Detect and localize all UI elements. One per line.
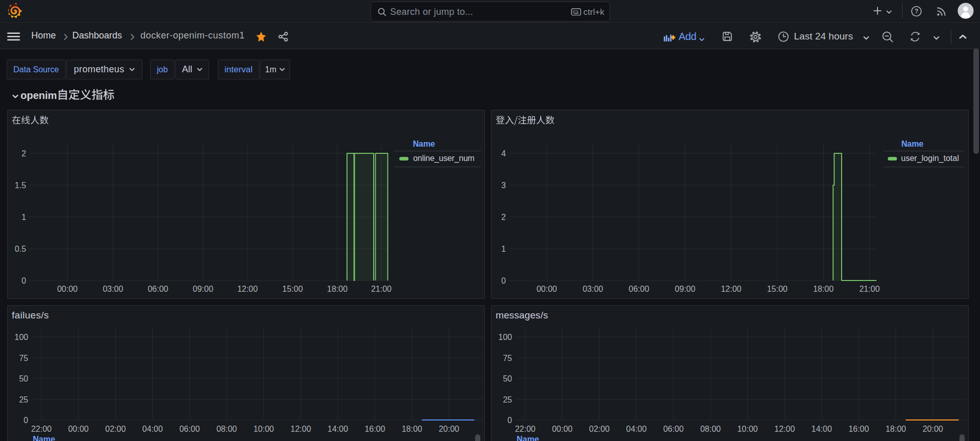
svg-text:03:00: 03:00 — [103, 285, 123, 293]
svg-text:14:00: 14:00 — [328, 425, 348, 433]
svg-text:02:00: 02:00 — [589, 425, 609, 433]
svg-text:00:00: 00:00 — [552, 425, 573, 433]
svg-text:12:00: 12:00 — [774, 425, 795, 433]
svg-text:18:00: 18:00 — [327, 285, 348, 293]
svg-text:16:00: 16:00 — [364, 425, 385, 433]
svg-text:04:00: 04:00 — [142, 425, 163, 433]
svg-text:22:00: 22:00 — [515, 425, 536, 433]
svg-text:1: 1 — [22, 213, 26, 222]
svg-text:25: 25 — [19, 395, 28, 404]
svg-text:15:00: 15:00 — [282, 285, 303, 293]
svg-text:15:00: 15:00 — [767, 285, 787, 293]
svg-text:22:00: 22:00 — [31, 425, 52, 433]
svg-text:21:00: 21:00 — [859, 285, 880, 293]
svg-text:50: 50 — [503, 374, 512, 383]
svg-text:50: 50 — [19, 374, 28, 383]
svg-text:02:00: 02:00 — [105, 425, 126, 433]
svg-text:75: 75 — [19, 354, 28, 363]
svg-text:08:00: 08:00 — [216, 425, 237, 433]
svg-text:1: 1 — [501, 245, 506, 253]
svg-text:20:00: 20:00 — [439, 425, 459, 433]
svg-text:09:00: 09:00 — [675, 285, 696, 293]
svg-text:75: 75 — [503, 354, 512, 363]
svg-text:04:00: 04:00 — [626, 425, 647, 433]
svg-text:0: 0 — [501, 276, 506, 285]
svg-text:0: 0 — [24, 416, 28, 425]
svg-text:00:00: 00:00 — [537, 285, 557, 293]
svg-text:14:00: 14:00 — [811, 425, 832, 433]
svg-text:20:00: 20:00 — [923, 425, 943, 433]
svg-text:18:00: 18:00 — [813, 285, 833, 293]
svg-text:10:00: 10:00 — [737, 425, 758, 433]
svg-text:21:00: 21:00 — [371, 285, 392, 293]
svg-text:18:00: 18:00 — [402, 425, 422, 433]
svg-text:12:00: 12:00 — [237, 285, 258, 293]
svg-text:2: 2 — [22, 149, 26, 158]
svg-text:12:00: 12:00 — [721, 285, 741, 293]
svg-text:1.5: 1.5 — [15, 181, 26, 190]
svg-text:00:00: 00:00 — [68, 425, 89, 433]
svg-text:10:00: 10:00 — [253, 425, 274, 433]
svg-text:?: ? — [914, 8, 918, 15]
svg-text:06:00: 06:00 — [148, 285, 168, 293]
svg-text:3: 3 — [501, 181, 506, 190]
svg-text:12:00: 12:00 — [291, 425, 311, 433]
svg-text:0: 0 — [22, 276, 26, 285]
svg-text:06:00: 06:00 — [663, 425, 684, 433]
svg-text:08:00: 08:00 — [700, 425, 721, 433]
svg-text:25: 25 — [503, 395, 512, 404]
svg-text:100: 100 — [498, 333, 512, 342]
svg-text:0.5: 0.5 — [15, 245, 26, 253]
svg-text:100: 100 — [14, 333, 28, 342]
svg-text:4: 4 — [501, 149, 506, 158]
svg-text:06:00: 06:00 — [179, 425, 200, 433]
svg-text:06:00: 06:00 — [629, 285, 649, 293]
svg-text:18:00: 18:00 — [886, 425, 906, 433]
svg-text:0: 0 — [507, 416, 512, 425]
svg-text:00:00: 00:00 — [57, 285, 77, 293]
svg-text:16:00: 16:00 — [848, 425, 869, 433]
svg-text:09:00: 09:00 — [193, 285, 213, 293]
svg-text:03:00: 03:00 — [583, 285, 603, 293]
svg-text:2: 2 — [501, 213, 506, 222]
